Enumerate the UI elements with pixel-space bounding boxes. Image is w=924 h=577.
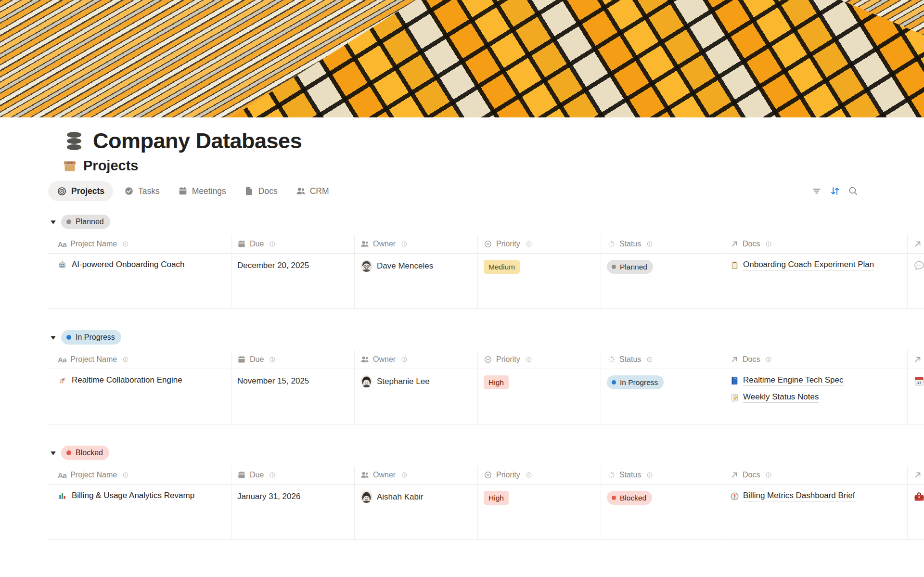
table-header-blocked: Aa Project Name Due Owner Priority Statu… xyxy=(48,466,924,485)
info-icon[interactable] xyxy=(765,240,772,248)
column-header-relation[interactable] xyxy=(907,350,924,369)
column-header-due[interactable]: Due xyxy=(231,466,354,484)
project-name-cell[interactable]: Realtime Collaboration Engine xyxy=(58,375,182,385)
table-row: Realtime Collaboration Engine November 1… xyxy=(48,369,924,424)
info-icon[interactable] xyxy=(122,240,129,248)
target-icon xyxy=(57,186,67,196)
owner-cell[interactable]: Aishah Kabir xyxy=(360,491,423,503)
select-circle-icon xyxy=(484,240,492,248)
due-date-cell[interactable]: December 20, 2025 xyxy=(237,260,309,270)
view-title[interactable]: Projects xyxy=(83,158,138,174)
tab-docs[interactable]: Docs xyxy=(237,181,285,201)
filter-icon[interactable] xyxy=(811,186,822,196)
svg-text:17: 17 xyxy=(917,381,922,385)
tab-crm[interactable]: CRM xyxy=(289,181,336,201)
group-pill-blocked[interactable]: Blocked xyxy=(61,446,109,460)
column-header-owner[interactable]: Owner xyxy=(354,235,477,253)
doc-link[interactable]: Billing Metrics Dashboard Brief xyxy=(730,491,855,501)
collapse-triangle-icon[interactable] xyxy=(50,219,56,225)
column-header-relation[interactable] xyxy=(907,466,924,484)
info-icon[interactable] xyxy=(646,240,654,248)
status-dot xyxy=(612,265,616,269)
priority-tag[interactable]: Medium xyxy=(484,260,520,274)
status-dot xyxy=(66,450,71,455)
priority-tag[interactable]: High xyxy=(484,375,509,389)
info-icon[interactable] xyxy=(525,356,533,363)
view-toolbar xyxy=(811,181,859,201)
status-tag[interactable]: Planned xyxy=(607,260,653,274)
info-icon[interactable] xyxy=(525,471,533,479)
page-title[interactable]: Company Databases xyxy=(93,128,302,154)
owner-cell[interactable]: Dave Menceles xyxy=(360,260,433,272)
column-header-project-name[interactable]: Aa Project Name xyxy=(48,235,231,253)
group-pill-planned[interactable]: Planned xyxy=(61,215,110,229)
info-icon[interactable] xyxy=(646,471,654,479)
view-tabs-bar: Projects Tasks Meetings Docs CRM xyxy=(48,181,924,201)
info-icon[interactable] xyxy=(122,471,129,479)
info-icon[interactable] xyxy=(269,240,276,248)
info-icon[interactable] xyxy=(269,471,276,479)
info-icon[interactable] xyxy=(525,240,533,248)
column-header-status[interactable]: Status xyxy=(601,350,724,369)
info-icon[interactable] xyxy=(400,356,408,363)
rocket-icon xyxy=(58,376,67,385)
column-header-docs[interactable]: Docs xyxy=(724,235,907,253)
collapse-triangle-icon[interactable] xyxy=(50,450,56,456)
column-header-priority[interactable]: Priority xyxy=(477,466,601,484)
comment-bubble-icon[interactable] xyxy=(913,260,924,271)
due-date-cell[interactable]: November 15, 2025 xyxy=(237,375,309,386)
column-header-due[interactable]: Due xyxy=(231,235,354,253)
project-name-cell[interactable]: Billing & Usage Analytics Revamp xyxy=(58,491,194,500)
select-circle-icon xyxy=(484,355,492,364)
info-icon[interactable] xyxy=(765,471,772,479)
memo-icon xyxy=(730,393,739,402)
info-icon[interactable] xyxy=(400,471,408,479)
tab-projects[interactable]: Projects xyxy=(48,181,113,201)
search-icon[interactable] xyxy=(848,186,859,196)
group-header-in-progress[interactable]: In Progress xyxy=(48,330,924,345)
arrow-up-right-icon xyxy=(913,240,922,248)
tab-tasks[interactable]: Tasks xyxy=(117,181,167,201)
column-header-priority[interactable]: Priority xyxy=(477,235,601,253)
column-header-owner[interactable]: Owner xyxy=(354,466,477,484)
column-header-due[interactable]: Due xyxy=(231,350,354,369)
column-header-priority[interactable]: Priority xyxy=(477,350,601,369)
column-header-status[interactable]: Status xyxy=(601,235,724,253)
doc-link[interactable]: Onboarding Coach Experiment Plan xyxy=(730,260,874,270)
doc-link[interactable]: Realtime Engine Tech Spec xyxy=(730,375,844,386)
info-icon[interactable] xyxy=(765,356,772,363)
column-header-docs[interactable]: Docs xyxy=(724,466,907,484)
column-header-project-name[interactable]: Aa Project Name xyxy=(48,466,231,484)
column-header-owner[interactable]: Owner xyxy=(354,350,477,369)
due-date-cell[interactable]: January 31, 2026 xyxy=(237,491,300,501)
arrow-up-right-icon xyxy=(913,355,922,364)
check-circle-icon xyxy=(124,186,134,196)
tab-meetings[interactable]: Meetings xyxy=(171,181,233,201)
group-pill-in-progress[interactable]: In Progress xyxy=(61,330,121,345)
status-tag[interactable]: In Progress xyxy=(607,375,664,389)
owner-cell[interactable]: Stephanie Lee xyxy=(360,375,430,387)
arrow-up-right-icon xyxy=(730,471,739,479)
robot-icon xyxy=(58,260,67,269)
column-header-relation[interactable] xyxy=(907,235,924,253)
group-header-planned[interactable]: Planned xyxy=(48,215,924,229)
group-header-blocked[interactable]: Blocked xyxy=(48,446,924,460)
info-icon[interactable] xyxy=(269,356,276,363)
table-header-planned: Aa Project Name Due Owner Priority Statu… xyxy=(48,235,924,254)
info-icon[interactable] xyxy=(646,356,654,363)
project-name-cell[interactable]: AI-powered Onboarding Coach xyxy=(58,260,184,269)
priority-tag[interactable]: High xyxy=(484,491,509,505)
info-icon[interactable] xyxy=(122,356,129,363)
status-tag[interactable]: Blocked xyxy=(607,491,652,505)
info-icon[interactable] xyxy=(400,240,408,248)
column-header-status[interactable]: Status xyxy=(601,466,724,484)
calendar-page-icon[interactable]: 17 xyxy=(913,375,924,387)
column-header-project-name[interactable]: Aa Project Name xyxy=(48,350,231,369)
doc-link[interactable]: Weekly Status Notes xyxy=(730,392,844,403)
people-icon xyxy=(360,355,369,364)
column-header-docs[interactable]: Docs xyxy=(724,350,907,369)
sort-icon[interactable] xyxy=(830,186,840,196)
toolbox-icon[interactable] xyxy=(913,491,924,502)
clipboard-icon xyxy=(730,261,739,270)
collapse-triangle-icon[interactable] xyxy=(50,334,56,341)
